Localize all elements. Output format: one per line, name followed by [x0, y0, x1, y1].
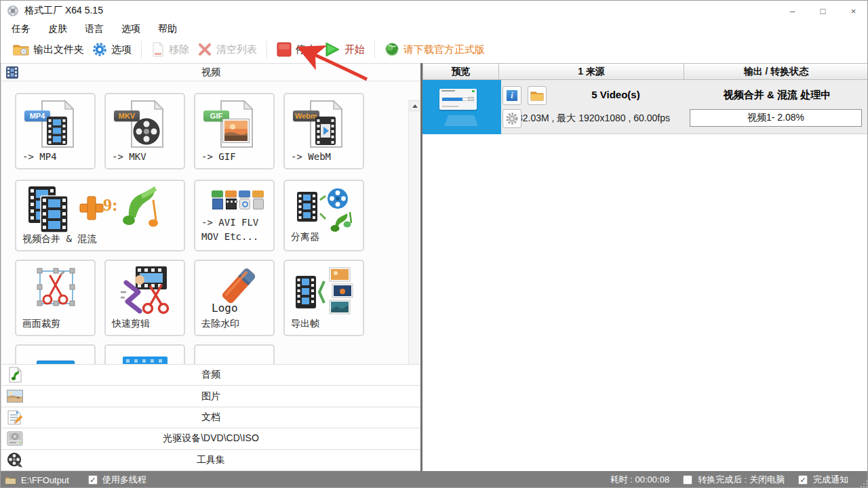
- tile-to-avi-flv-mov[interactable]: -> AVI FLV MOV Etc...: [194, 180, 275, 251]
- remove-button[interactable]: 移除: [147, 39, 193, 60]
- start-button[interactable]: 开始: [320, 39, 369, 60]
- status-bar: E:\FFOutput ✓ 使用多线程 耗时 : 00:00:08 转换完成后 …: [1, 471, 868, 488]
- header-source[interactable]: 1 来源: [499, 63, 684, 80]
- category-toolset[interactable]: 工具集: [1, 449, 420, 470]
- menu-task[interactable]: 任务: [3, 21, 39, 37]
- folder-icon: [530, 90, 544, 101]
- svg-text:9:: 9:: [103, 195, 118, 215]
- category-document[interactable]: 文档: [1, 407, 420, 428]
- tile-splitter[interactable]: 分离器: [283, 180, 364, 251]
- category-list: 音频 图片 文档 光驱设备\DVD\CD\ISO: [1, 364, 420, 470]
- stop-label: 停止: [296, 43, 316, 56]
- menu-help[interactable]: 帮助: [149, 21, 186, 37]
- task-output-cell: 视频合并 & 混流 处理中 视频1- 2.08%: [686, 80, 868, 134]
- gear-icon: [92, 42, 107, 57]
- tile-partial-3[interactable]: [194, 344, 275, 364]
- mkv-file-icon: MKV: [122, 100, 171, 148]
- task-row[interactable]: i 5 Video(s) 32.03M , 最大 1920x1080 , 60.…: [422, 80, 868, 134]
- video-section-header[interactable]: 视频: [1, 64, 420, 81]
- category-label: 图片: [1, 390, 420, 403]
- folder-icon: [13, 43, 29, 56]
- remove-label: 移除: [169, 43, 189, 56]
- tile-grid: MP4 -> MP4: [1, 81, 420, 364]
- logo-watermark-text: Logo: [212, 302, 238, 314]
- tile-to-mkv[interactable]: MKV -> MKV: [104, 93, 185, 169]
- category-audio[interactable]: 音频: [1, 364, 420, 385]
- output-folder-label: 输出文件夹: [33, 43, 84, 56]
- clear-list-button[interactable]: 清空列表: [193, 39, 261, 60]
- clear-list-label: 清空列表: [216, 43, 257, 56]
- task-list-header: 预览 1 来源 输出 / 转换状态: [422, 63, 868, 80]
- scroll-up-button[interactable]: [410, 100, 420, 111]
- menu-bar: 任务 皮肤 语言 选项 帮助: [1, 21, 868, 37]
- minimize-button[interactable]: –: [777, 1, 808, 21]
- title-bar: 格式工厂 X64 5.15 – □ ×: [1, 1, 868, 21]
- clear-x-icon: [197, 42, 212, 57]
- shutdown-label: 转换完成后 : 关闭电脑: [698, 474, 785, 486]
- tile-partial-2[interactable]: [104, 344, 185, 364]
- tile-label: 快速剪辑: [112, 317, 150, 331]
- header-output-status[interactable]: 输出 / 转换状态: [684, 63, 868, 80]
- tile-to-gif[interactable]: GIF -> GIF: [194, 93, 275, 169]
- task-panel: 预览 1 来源 输出 / 转换状态 i 5: [422, 63, 868, 471]
- category-label: 光驱设备\DVD\CD\ISO: [1, 432, 420, 445]
- download-official-link[interactable]: 请下载官方正式版: [380, 39, 489, 60]
- task-preview-thumbnail[interactable]: [422, 80, 501, 134]
- start-play-icon: [324, 41, 340, 58]
- notify-label: 完成通知: [813, 474, 848, 486]
- resize-grip[interactable]: [860, 480, 868, 488]
- mp4-file-icon: MP4: [33, 100, 81, 148]
- shutdown-checkbox[interactable]: [683, 475, 692, 485]
- tile-video-merge-mux[interactable]: 9: 视频合并 & 混流: [15, 180, 185, 251]
- tile-export-frames[interactable]: 导出帧: [283, 260, 364, 336]
- tile-label: 导出帧: [291, 317, 319, 331]
- toolbar-separator: [141, 41, 142, 58]
- tile-to-mp4[interactable]: MP4 -> MP4: [15, 93, 96, 169]
- output-path[interactable]: E:\FFOutput: [21, 475, 69, 485]
- task-settings-button[interactable]: [502, 109, 521, 128]
- download-official-label: 请下载官方正式版: [403, 43, 485, 56]
- multithread-checkbox[interactable]: ✓: [88, 475, 98, 485]
- merge-mux-icon: 9:: [27, 185, 176, 234]
- category-picture[interactable]: 图片: [1, 385, 420, 406]
- preview-window-graphic: [439, 89, 477, 110]
- toolbar-separator: [267, 41, 267, 58]
- tile-to-webm[interactable]: Webm -> WebM: [283, 93, 364, 169]
- webm-file-icon: Webm: [301, 100, 350, 148]
- menu-options[interactable]: 选项: [113, 21, 149, 37]
- tile-partial-1[interactable]: [15, 344, 96, 364]
- stop-button[interactable]: 停止: [273, 39, 320, 60]
- maximize-button[interactable]: □: [808, 1, 838, 21]
- remove-page-icon: [151, 42, 165, 57]
- menu-skin[interactable]: 皮肤: [39, 21, 76, 37]
- start-label: 开始: [344, 43, 365, 56]
- options-button[interactable]: 选项: [88, 39, 136, 60]
- options-label: 选项: [111, 43, 132, 56]
- tile-remove-watermark[interactable]: Logo 去除水印: [194, 260, 275, 336]
- toolbar: 输出文件夹 选项 移除 清空列表: [1, 37, 868, 62]
- progress-text: 视频1- 2.08%: [690, 110, 861, 126]
- header-preview[interactable]: 预览: [422, 63, 499, 80]
- tile-label: -> WebM: [291, 150, 331, 165]
- notify-checkbox[interactable]: ✓: [798, 475, 808, 485]
- tile-crop[interactable]: 画面裁剪: [15, 260, 96, 336]
- tile-scrollbar[interactable]: [408, 100, 420, 364]
- video-section-title: 视频: [1, 66, 420, 79]
- task-source-cell: i 5 Video(s) 32.03M , 最大 1920x1080 , 60.…: [501, 80, 686, 134]
- tile-label: 画面裁剪: [22, 317, 60, 331]
- gear-icon: [505, 112, 519, 125]
- menu-language[interactable]: 语言: [76, 21, 113, 37]
- tile-quick-clip[interactable]: 快速剪辑: [104, 260, 185, 336]
- conversion-progress-bar: 视频1- 2.08%: [690, 109, 862, 127]
- output-folder-button[interactable]: 输出文件夹: [9, 40, 88, 59]
- tile-label: 去除水印: [201, 317, 239, 331]
- multi-format-icons: [212, 190, 264, 209]
- category-dvd-cd-iso[interactable]: 光驱设备\DVD\CD\ISO: [1, 428, 420, 449]
- format-panel: 视频 MP4: [1, 63, 421, 471]
- globe-icon: [384, 42, 399, 57]
- task-status-title: 视频合并 & 混流 处理中: [686, 89, 868, 102]
- formatfactory-window: 格式工厂 X64 5.15 – □ × 任务 皮肤 语言 选项 帮助 输出文件夹: [0, 0, 868, 488]
- open-folder-button[interactable]: [528, 86, 547, 105]
- media-info-button[interactable]: i: [502, 86, 521, 105]
- close-button[interactable]: ×: [838, 1, 868, 21]
